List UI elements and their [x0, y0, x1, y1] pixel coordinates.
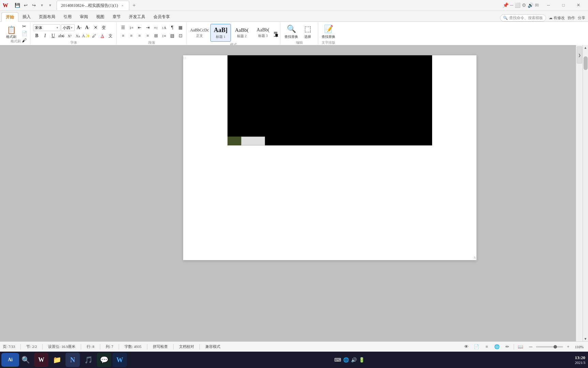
view-web-btn[interactable]: 🌐 — [493, 343, 501, 351]
tab-section[interactable]: 章节 — [108, 12, 125, 22]
subscript-btn[interactable]: X₂ — [74, 32, 82, 40]
network-icon[interactable]: 🌐 — [343, 357, 349, 363]
undo-btn[interactable]: ↩ — [22, 2, 29, 9]
view-page-btn[interactable]: 📄 — [473, 343, 480, 351]
shading-btn[interactable]: ▦ — [177, 24, 184, 31]
font-increase-btn[interactable]: A+ — [75, 24, 83, 31]
sort-btn[interactable]: ↕A — [160, 24, 168, 31]
style-h2[interactable]: AaBb( 标题 2 — [232, 24, 252, 42]
copy-btn[interactable]: 📄 — [20, 31, 28, 37]
doc-tab-active[interactable]: 20140810824-...程实践报告(1)(1) × — [57, 1, 129, 10]
select-btn[interactable]: ⬚ 选择 — [300, 24, 315, 40]
taskbar-wps[interactable]: W — [34, 353, 48, 367]
taskbar-notepad[interactable]: N — [65, 353, 80, 367]
tab-references[interactable]: 引用 — [59, 12, 76, 22]
redo2-btn[interactable]: ▼ — [46, 2, 54, 9]
win-maximize[interactable]: □ — [557, 0, 570, 11]
collab-btn[interactable]: 协作 — [568, 15, 575, 20]
increase-indent-btn[interactable]: ⇥ — [144, 24, 151, 31]
font-decrease-btn[interactable]: A- — [84, 24, 91, 31]
superscript-btn[interactable]: X² — [66, 32, 73, 40]
volume-sys-icon[interactable]: 🔊 — [351, 357, 357, 363]
bullets-btn[interactable]: ☰ — [119, 24, 127, 31]
view-focus-btn[interactable]: ✏ — [503, 343, 511, 351]
taskbar-files[interactable]: 📁 — [50, 353, 64, 367]
italic-btn[interactable]: I — [41, 32, 49, 40]
new-tab-btn[interactable]: + — [131, 2, 137, 9]
distributed-btn[interactable]: ⊞ — [152, 32, 160, 40]
scroll-thumb[interactable] — [584, 56, 588, 70]
zoom-slider-thumb[interactable] — [554, 345, 557, 349]
bold-btn[interactable]: B — [33, 32, 41, 40]
multilevel-btn[interactable]: ≡↕ — [152, 24, 160, 31]
show-marks-btn[interactable]: ¶ — [168, 24, 176, 31]
style-normal[interactable]: AaBbCcDc 正文 — [189, 24, 210, 42]
numbering-btn[interactable]: 1≡ — [128, 24, 135, 31]
doc-tab-close[interactable]: × — [120, 3, 125, 8]
strikethrough-btn[interactable]: abc̶ — [58, 32, 65, 40]
reading-mode-btn[interactable]: 📖 — [517, 343, 524, 351]
win-minimize[interactable]: ─ — [542, 0, 555, 11]
sidebar-collapse-btn[interactable]: ❯ — [577, 46, 582, 63]
fullscreen-icon[interactable]: ⬜ — [515, 2, 520, 8]
style-h3[interactable]: AaBb( 标题 3 — [253, 24, 273, 42]
command-search[interactable]: 🔍 查找命令、搜索模板 — [500, 14, 546, 22]
tab-vip[interactable]: 会员专享 — [149, 12, 174, 22]
tab-home[interactable]: 开始 — [1, 12, 18, 22]
volume-icon[interactable]: 🔊 — [528, 2, 533, 8]
taskbar-wps2[interactable]: W — [113, 353, 127, 367]
tab-review[interactable]: 审阅 — [76, 12, 92, 22]
save-btn[interactable]: 💾 — [14, 2, 21, 9]
text-layout-btn[interactable]: 📝 查找替换 — [321, 24, 336, 40]
minimize-icon[interactable]: ─ — [510, 3, 513, 8]
align-right-btn[interactable]: ≡ — [136, 32, 143, 40]
underline-btn[interactable]: U — [49, 32, 57, 40]
embedded-image[interactable] — [227, 55, 432, 145]
border-btn[interactable]: ⊡ — [177, 32, 184, 40]
font-size-select[interactable]: 小四 ▼ — [61, 24, 75, 31]
pinyin-btn[interactable]: 变 — [100, 24, 107, 31]
vertical-scrollbar[interactable]: ▲ ▼ — [583, 45, 588, 341]
font-family-select[interactable]: 宋体 ▼ — [33, 24, 60, 31]
find-replace-btn[interactable]: 🔍 查找替换 — [284, 24, 299, 40]
tab-developer[interactable]: 开发工具 — [125, 12, 149, 22]
ai-btn[interactable]: Ai — [1, 353, 19, 367]
highlight-btn[interactable]: 🖊 — [90, 32, 98, 40]
tab-view[interactable]: 视图 — [92, 12, 108, 22]
clear-format-btn[interactable]: ✕ — [92, 24, 99, 31]
format-painter-btn[interactable]: 🖌 — [20, 38, 28, 43]
zoom-in-btn[interactable]: + — [564, 343, 572, 351]
style-h1[interactable]: AaB] 标题 1 — [210, 24, 231, 42]
justify-btn[interactable]: ≡ — [144, 32, 151, 40]
font-color-btn[interactable]: A — [99, 32, 106, 40]
zoom-out-btn[interactable]: ─ — [527, 343, 534, 351]
taskbar-music[interactable]: 🎵 — [81, 353, 95, 367]
view-outline-btn[interactable]: ≡ — [483, 343, 490, 351]
decrease-indent-btn[interactable]: ⇤ — [136, 24, 143, 31]
taskbar-search[interactable]: 🔍 — [18, 353, 33, 367]
align-left-btn[interactable]: ≡ — [119, 32, 127, 40]
char-border-btn[interactable]: 文 — [107, 32, 114, 40]
keyboard-icon[interactable]: ⌨ — [334, 357, 341, 363]
text-effect-btn[interactable]: A✨ — [82, 32, 90, 40]
win-close[interactable]: ✕ — [572, 0, 585, 11]
battery-icon[interactable]: 🔋 — [359, 357, 365, 363]
doc-check-btn[interactable]: 文档校对 — [179, 344, 194, 349]
undo2-btn[interactable]: ▼ — [38, 2, 46, 9]
align-center-btn[interactable]: ≡ — [128, 32, 135, 40]
tab-pagelayout[interactable]: 页面布局 — [35, 12, 59, 22]
settings-icon[interactable]: ⚙ — [522, 2, 526, 8]
redo-btn[interactable]: ↪ — [30, 2, 38, 9]
taskbar-wechat[interactable]: 💬 — [97, 353, 111, 367]
zoom-slider[interactable] — [536, 346, 563, 348]
cloud-save-btn[interactable]: ☁ 有修改 — [549, 15, 565, 20]
pin-icon[interactable]: 📌 — [503, 2, 509, 8]
line-spacing-btn[interactable]: ↕≡ — [160, 32, 168, 40]
spell-check-btn[interactable]: 拼写检查 — [153, 344, 168, 349]
cut-btn[interactable]: ✂ — [20, 24, 28, 29]
styles-more-btn[interactable]: ▲ ▼ ─ — [274, 32, 278, 34]
share-btn[interactable]: 分享 — [578, 15, 585, 20]
shading2-btn[interactable]: ▧ — [168, 32, 176, 40]
message-icon[interactable]: ✉ — [535, 2, 539, 8]
tab-insert[interactable]: 插入 — [18, 12, 35, 22]
